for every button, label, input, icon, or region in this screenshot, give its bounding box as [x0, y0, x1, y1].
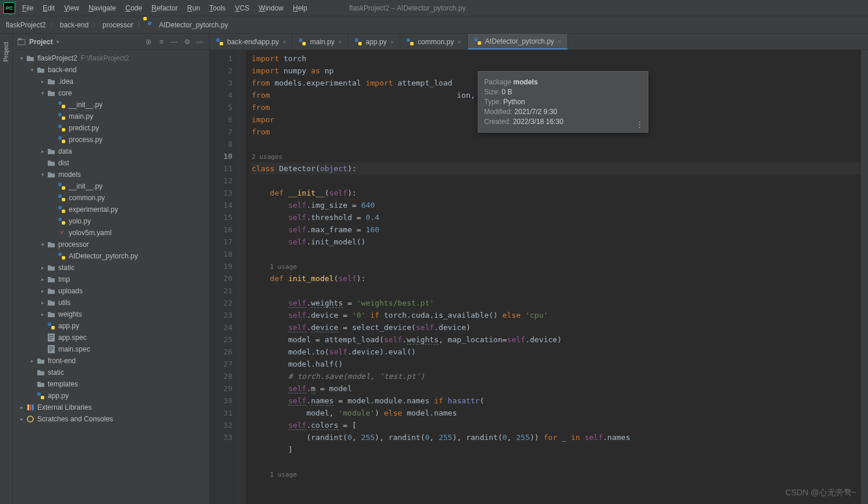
tree-item[interactable]: ▸weights [13, 308, 209, 320]
folder-icon [47, 240, 56, 249]
editor-tab[interactable]: common.py× [400, 34, 467, 49]
menu-vcs[interactable]: VCS [230, 2, 254, 15]
editor-scrollbar[interactable] [861, 50, 868, 504]
tree-arrow-icon[interactable]: ▾ [38, 242, 47, 247]
project-panel: Project ▾ ⊕ ≡ — ⚙ — ▾flaskProject2F:\fla… [13, 34, 210, 504]
tree-arrow-icon[interactable]: ▸ [38, 148, 47, 154]
tree-item[interactable]: predict.py [13, 122, 209, 134]
folder-icon [47, 263, 56, 272]
menu-code[interactable]: Code [121, 2, 147, 15]
tree-arrow-icon[interactable]: ▾ [38, 172, 47, 178]
line-gutter[interactable]: 1234567810111213141516171819202122232425… [210, 50, 239, 504]
tree-item[interactable]: ▾flaskProject2F:\flaskProject2 [13, 52, 209, 64]
tree-item[interactable]: templates [13, 378, 209, 390]
menu-help[interactable]: Help [288, 2, 312, 15]
tree-arrow-icon[interactable]: ▾ [17, 55, 26, 61]
py-icon [57, 193, 66, 203]
svg-rect-8 [49, 349, 54, 349]
project-view-selector[interactable]: Project ▾ [17, 38, 59, 46]
tree-item[interactable]: app.py [13, 320, 209, 332]
project-tree[interactable]: ▾flaskProject2F:\flaskProject2▾back-end▸… [13, 50, 209, 504]
tree-item[interactable]: ▾back-end [13, 64, 209, 76]
tree-item[interactable]: ▸utils [13, 297, 209, 308]
more-icon[interactable]: ⋮ [636, 120, 643, 129]
breadcrumb-sep: 〉 [137, 20, 144, 30]
close-icon[interactable]: × [390, 38, 394, 45]
expand-all-icon[interactable]: ≡ [157, 37, 166, 47]
tree-arrow-icon[interactable]: ▸ [38, 288, 47, 294]
breadcrumb-item[interactable]: AIDetector_pytorch.py [159, 21, 228, 29]
gear-icon[interactable]: ⚙ [182, 37, 192, 47]
svg-rect-3 [49, 335, 54, 336]
tree-item[interactable]: ▸.idea [13, 76, 209, 87]
tree-item[interactable]: AIDetector_pytorch.py [13, 250, 209, 262]
tree-item[interactable]: ▾processor [13, 239, 209, 250]
editor-tab[interactable]: main.py× [292, 34, 348, 49]
menu-edit[interactable]: Edit [38, 2, 59, 15]
menu-run[interactable]: Run [182, 2, 204, 15]
editor-tab[interactable]: back-end\app.py× [210, 34, 292, 49]
svg-rect-5 [49, 339, 52, 339]
tree-item[interactable]: Yyolov5m.yaml [13, 227, 209, 239]
menu-navigate[interactable]: Navigate [84, 2, 121, 15]
editor-tab[interactable]: app.py× [348, 34, 400, 49]
chevron-down-icon: ▾ [57, 39, 59, 45]
close-icon[interactable]: × [338, 38, 341, 45]
tree-item[interactable]: common.py [13, 192, 209, 204]
tree-item[interactable]: main.spec [13, 343, 209, 355]
tree-item[interactable]: ▾models [13, 169, 209, 180]
menu-file[interactable]: File [17, 2, 38, 15]
tool-window-stripe[interactable]: Project [0, 34, 13, 504]
close-icon[interactable]: × [558, 38, 561, 45]
close-icon[interactable]: × [283, 38, 286, 45]
tree-item[interactable]: ▸Scratches and Consoles [13, 413, 209, 425]
menu-refactor[interactable]: Refactor [147, 2, 182, 15]
tree-arrow-icon[interactable]: ▸ [38, 265, 47, 271]
tree-arrow-icon[interactable]: ▸ [38, 79, 47, 84]
tree-arrow-icon[interactable]: ▸ [38, 300, 47, 306]
tree-item[interactable]: ▸data [13, 145, 209, 157]
fold-gutter[interactable] [239, 50, 246, 504]
tree-item[interactable]: ▸uploads [13, 285, 209, 297]
tree-arrow-icon[interactable]: ▾ [28, 67, 36, 73]
tree-item[interactable]: experimental.py [13, 204, 209, 215]
tree-item[interactable]: app.spec [13, 332, 209, 343]
tree-item[interactable]: static [13, 367, 209, 378]
tree-item[interactable]: ▸tmp [13, 274, 209, 285]
breadcrumb-item[interactable]: processor [103, 21, 133, 29]
menu-window[interactable]: Window [254, 2, 288, 15]
menu-view[interactable]: View [59, 2, 84, 15]
folder-icon [47, 147, 56, 156]
tree-item[interactable]: app.py [13, 390, 209, 402]
tree-item[interactable]: dist [13, 157, 209, 169]
tree-arrow-icon[interactable]: ▸ [38, 276, 47, 282]
tree-arrow-icon[interactable]: ▸ [17, 416, 26, 422]
watermark: CSDN @心无旁骛~ [785, 488, 856, 498]
tree-arrow-icon[interactable]: ▾ [38, 90, 47, 96]
tree-item[interactable]: __init__.py [13, 99, 209, 111]
tree-item[interactable]: yolo.py [13, 215, 209, 227]
project-tool-tab[interactable]: Project [0, 38, 12, 65]
breadcrumb-item[interactable]: back-end [60, 21, 89, 29]
title-bar: PC FileEditViewNavigateCodeRefactorRunTo… [0, 0, 868, 16]
close-icon[interactable]: × [457, 38, 461, 45]
tree-item[interactable]: ▾core [13, 87, 209, 99]
tree-item[interactable]: ▸front-end [13, 355, 209, 367]
tree-arrow-icon[interactable]: ▸ [38, 311, 47, 317]
collapse-all-icon[interactable]: — [170, 37, 179, 47]
tree-arrow-icon[interactable]: ▸ [28, 358, 36, 364]
tree-item[interactable]: main.py [13, 111, 209, 122]
tree-item[interactable]: __init__.py [13, 180, 209, 192]
hide-icon[interactable]: — [195, 37, 204, 47]
tree-item[interactable]: ▸static [13, 262, 209, 274]
tree-arrow-icon[interactable]: ▸ [17, 404, 26, 410]
python-file-icon [216, 38, 224, 46]
tree-item[interactable]: process.py [13, 134, 209, 145]
folder-icon [47, 298, 56, 307]
editor-tab[interactable]: AIDetector_pytorch.py× [468, 34, 568, 49]
menu-tools[interactable]: Tools [204, 2, 230, 15]
locate-icon[interactable]: ⊕ [144, 37, 153, 47]
breadcrumb-item[interactable]: flaskProject2 [6, 21, 46, 29]
py-icon [57, 205, 66, 214]
tree-item[interactable]: ▸External Libraries [13, 402, 209, 413]
